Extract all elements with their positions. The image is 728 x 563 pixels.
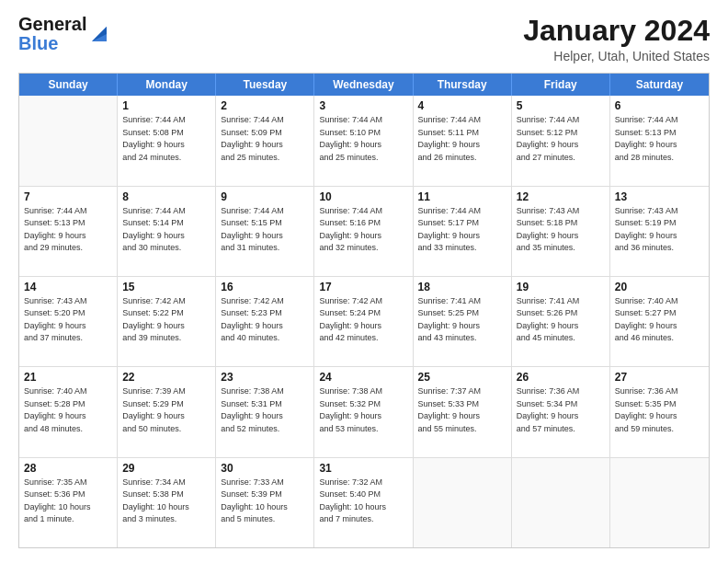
calendar-day-13: 13Sunrise: 7:43 AM Sunset: 5:19 PM Dayli… xyxy=(610,187,709,276)
calendar-day-23: 23Sunrise: 7:38 AM Sunset: 5:31 PM Dayli… xyxy=(216,367,314,456)
calendar-day-28: 28Sunrise: 7:35 AM Sunset: 5:36 PM Dayli… xyxy=(19,458,118,547)
day-number: 30 xyxy=(221,462,309,475)
day-number: 29 xyxy=(122,462,210,475)
day-number: 8 xyxy=(122,190,210,203)
calendar-day-16: 16Sunrise: 7:42 AM Sunset: 5:23 PM Dayli… xyxy=(216,277,314,366)
day-number: 22 xyxy=(122,371,210,384)
calendar: SundayMondayTuesdayWednesdayThursdayFrid… xyxy=(18,73,710,548)
page: General Blue January 2024 Helper, Utah, … xyxy=(0,0,728,563)
calendar-day-5: 5Sunrise: 7:44 AM Sunset: 5:12 PM Daylig… xyxy=(512,96,610,185)
calendar-day-12: 12Sunrise: 7:43 AM Sunset: 5:18 PM Dayli… xyxy=(512,187,610,276)
header: General Blue January 2024 Helper, Utah, … xyxy=(18,15,710,63)
day-info: Sunrise: 7:40 AM Sunset: 5:27 PM Dayligh… xyxy=(615,295,704,345)
calendar-day-3: 3Sunrise: 7:44 AM Sunset: 5:10 PM Daylig… xyxy=(314,96,413,185)
day-number: 1 xyxy=(122,99,210,112)
calendar-day-27: 27Sunrise: 7:36 AM Sunset: 5:35 PM Dayli… xyxy=(610,367,709,456)
calendar-day-7: 7Sunrise: 7:44 AM Sunset: 5:13 PM Daylig… xyxy=(19,187,118,276)
calendar-day-empty xyxy=(610,458,709,547)
day-info: Sunrise: 7:37 AM Sunset: 5:33 PM Dayligh… xyxy=(418,385,506,435)
calendar-week-5: 28Sunrise: 7:35 AM Sunset: 5:36 PM Dayli… xyxy=(19,458,709,547)
day-number: 12 xyxy=(517,190,605,203)
day-number: 21 xyxy=(24,371,112,384)
day-info: Sunrise: 7:43 AM Sunset: 5:19 PM Dayligh… xyxy=(615,205,704,255)
day-info: Sunrise: 7:38 AM Sunset: 5:32 PM Dayligh… xyxy=(319,385,407,435)
day-number: 26 xyxy=(517,371,605,384)
logo-icon xyxy=(88,23,110,45)
calendar-day-4: 4Sunrise: 7:44 AM Sunset: 5:11 PM Daylig… xyxy=(414,96,512,185)
calendar-week-3: 14Sunrise: 7:43 AM Sunset: 5:20 PM Dayli… xyxy=(19,277,709,367)
calendar-day-11: 11Sunrise: 7:44 AM Sunset: 5:17 PM Dayli… xyxy=(414,187,512,276)
day-info: Sunrise: 7:42 AM Sunset: 5:24 PM Dayligh… xyxy=(319,295,407,345)
day-info: Sunrise: 7:40 AM Sunset: 5:28 PM Dayligh… xyxy=(24,385,112,435)
calendar-body: 1Sunrise: 7:44 AM Sunset: 5:08 PM Daylig… xyxy=(19,96,709,547)
calendar-header-sunday: Sunday xyxy=(19,74,118,96)
title-block: January 2024 Helper, Utah, United States xyxy=(523,15,710,63)
day-number: 19 xyxy=(517,281,605,293)
day-number: 24 xyxy=(319,371,407,384)
calendar-day-2: 2Sunrise: 7:44 AM Sunset: 5:09 PM Daylig… xyxy=(216,96,314,185)
day-info: Sunrise: 7:33 AM Sunset: 5:39 PM Dayligh… xyxy=(221,477,309,526)
calendar-day-empty xyxy=(414,458,512,547)
calendar-week-4: 21Sunrise: 7:40 AM Sunset: 5:28 PM Dayli… xyxy=(19,367,709,457)
day-info: Sunrise: 7:36 AM Sunset: 5:34 PM Dayligh… xyxy=(517,385,605,435)
day-number: 2 xyxy=(221,99,309,112)
logo-line2: Blue xyxy=(18,34,86,53)
day-number: 31 xyxy=(319,462,407,475)
day-number: 10 xyxy=(319,190,407,203)
calendar-day-18: 18Sunrise: 7:41 AM Sunset: 5:25 PM Dayli… xyxy=(414,277,512,366)
day-info: Sunrise: 7:34 AM Sunset: 5:38 PM Dayligh… xyxy=(122,477,210,526)
day-number: 28 xyxy=(24,462,112,475)
calendar-day-29: 29Sunrise: 7:34 AM Sunset: 5:38 PM Dayli… xyxy=(118,458,216,547)
logo: General Blue xyxy=(18,15,110,53)
day-number: 11 xyxy=(418,190,506,203)
day-info: Sunrise: 7:44 AM Sunset: 5:12 PM Dayligh… xyxy=(517,114,605,164)
day-number: 18 xyxy=(418,281,506,293)
day-info: Sunrise: 7:38 AM Sunset: 5:31 PM Dayligh… xyxy=(221,385,309,435)
day-info: Sunrise: 7:44 AM Sunset: 5:14 PM Dayligh… xyxy=(122,205,210,255)
day-number: 20 xyxy=(615,281,704,293)
day-number: 13 xyxy=(615,190,704,203)
calendar-day-30: 30Sunrise: 7:33 AM Sunset: 5:39 PM Dayli… xyxy=(216,458,314,547)
day-info: Sunrise: 7:44 AM Sunset: 5:08 PM Dayligh… xyxy=(122,114,210,164)
day-info: Sunrise: 7:44 AM Sunset: 5:17 PM Dayligh… xyxy=(418,205,506,255)
day-number: 4 xyxy=(418,99,506,112)
calendar-day-21: 21Sunrise: 7:40 AM Sunset: 5:28 PM Dayli… xyxy=(19,367,118,456)
calendar-header-tuesday: Tuesday xyxy=(216,74,314,96)
calendar-week-2: 7Sunrise: 7:44 AM Sunset: 5:13 PM Daylig… xyxy=(19,187,709,277)
calendar-day-17: 17Sunrise: 7:42 AM Sunset: 5:24 PM Dayli… xyxy=(314,277,413,366)
day-info: Sunrise: 7:42 AM Sunset: 5:23 PM Dayligh… xyxy=(221,295,309,345)
calendar-day-9: 9Sunrise: 7:44 AM Sunset: 5:15 PM Daylig… xyxy=(216,187,314,276)
calendar-day-31: 31Sunrise: 7:32 AM Sunset: 5:40 PM Dayli… xyxy=(314,458,413,547)
calendar-header-friday: Friday xyxy=(512,74,610,96)
calendar-day-14: 14Sunrise: 7:43 AM Sunset: 5:20 PM Dayli… xyxy=(19,277,118,366)
day-info: Sunrise: 7:44 AM Sunset: 5:15 PM Dayligh… xyxy=(221,205,309,255)
day-info: Sunrise: 7:32 AM Sunset: 5:40 PM Dayligh… xyxy=(319,477,407,526)
day-info: Sunrise: 7:44 AM Sunset: 5:16 PM Dayligh… xyxy=(319,205,407,255)
day-info: Sunrise: 7:35 AM Sunset: 5:36 PM Dayligh… xyxy=(24,477,112,526)
day-info: Sunrise: 7:41 AM Sunset: 5:26 PM Dayligh… xyxy=(517,295,605,345)
calendar-header-saturday: Saturday xyxy=(610,74,709,96)
day-info: Sunrise: 7:42 AM Sunset: 5:22 PM Dayligh… xyxy=(122,295,210,345)
calendar-day-26: 26Sunrise: 7:36 AM Sunset: 5:34 PM Dayli… xyxy=(512,367,610,456)
calendar-day-19: 19Sunrise: 7:41 AM Sunset: 5:26 PM Dayli… xyxy=(512,277,610,366)
calendar-day-8: 8Sunrise: 7:44 AM Sunset: 5:14 PM Daylig… xyxy=(118,187,216,276)
day-number: 27 xyxy=(615,371,704,384)
calendar-day-empty xyxy=(512,458,610,547)
logo-line1: General xyxy=(18,15,86,34)
day-number: 23 xyxy=(221,371,309,384)
day-number: 16 xyxy=(221,281,309,293)
day-number: 17 xyxy=(319,281,407,293)
calendar-day-25: 25Sunrise: 7:37 AM Sunset: 5:33 PM Dayli… xyxy=(414,367,512,456)
month-title: January 2024 xyxy=(523,15,710,47)
day-number: 3 xyxy=(319,99,407,112)
calendar-day-6: 6Sunrise: 7:44 AM Sunset: 5:13 PM Daylig… xyxy=(610,96,709,185)
day-number: 9 xyxy=(221,190,309,203)
day-info: Sunrise: 7:41 AM Sunset: 5:25 PM Dayligh… xyxy=(418,295,506,345)
day-info: Sunrise: 7:43 AM Sunset: 5:20 PM Dayligh… xyxy=(24,295,112,345)
calendar-week-1: 1Sunrise: 7:44 AM Sunset: 5:08 PM Daylig… xyxy=(19,96,709,186)
day-number: 6 xyxy=(615,99,704,112)
day-info: Sunrise: 7:44 AM Sunset: 5:13 PM Dayligh… xyxy=(24,205,112,255)
day-info: Sunrise: 7:39 AM Sunset: 5:29 PM Dayligh… xyxy=(122,385,210,435)
calendar-day-empty xyxy=(19,96,118,185)
day-info: Sunrise: 7:44 AM Sunset: 5:13 PM Dayligh… xyxy=(615,114,704,164)
